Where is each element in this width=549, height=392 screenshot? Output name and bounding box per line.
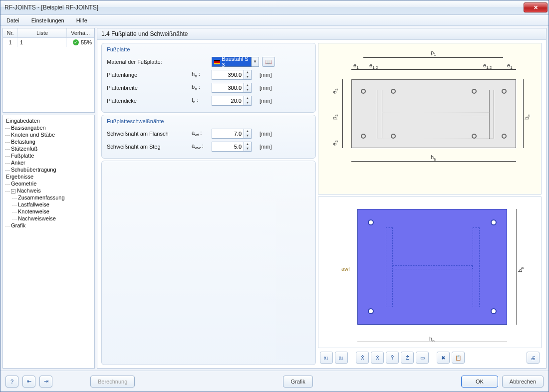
- dim-e12: e1,2: [369, 62, 378, 70]
- tree-geometrie[interactable]: Geometrie: [4, 180, 93, 187]
- unit-mm: [mm]: [260, 72, 272, 78]
- input-wid[interactable]: ▲▼: [212, 83, 257, 93]
- library-button[interactable]: 📖: [262, 57, 275, 67]
- berechnung-button[interactable]: Berechnung: [90, 376, 135, 388]
- tree-belastung[interactable]: Belastung: [4, 138, 93, 145]
- group-schweiss: Fußplatteschweißnähte Schweißnaht am Fla…: [101, 115, 316, 159]
- menubar: Datei Einstellungen Hilfe: [0, 15, 549, 26]
- bolt-hole: [491, 219, 497, 225]
- grid-row[interactable]: 1 1 ✓ 55%: [3, 38, 94, 47]
- prev-button[interactable]: ⇤: [22, 376, 35, 388]
- dim-hb: hb: [431, 154, 436, 162]
- tree-stuetz[interactable]: Stützenfuß: [4, 145, 93, 152]
- spin-up-icon[interactable]: ▲: [244, 83, 251, 88]
- view-a-button[interactable]: a↓: [335, 352, 348, 364]
- input-awf[interactable]: ▲▼: [212, 129, 257, 139]
- input-aww[interactable]: ▲▼: [212, 142, 257, 152]
- tree-nachweisw[interactable]: Nachweisweise: [4, 215, 93, 222]
- lbl-len: Plattenlänge: [107, 72, 192, 78]
- group-fussplatte: Fußplatte Material der Fußplatte: Bausta…: [101, 43, 316, 113]
- spin-down-icon[interactable]: ▼: [244, 88, 251, 92]
- menu-help[interactable]: Hilfe: [73, 16, 90, 24]
- bolt-hole: [491, 308, 497, 314]
- spin-down-icon[interactable]: ▼: [244, 147, 251, 151]
- help-button[interactable]: ?: [5, 376, 18, 388]
- axis-y-button[interactable]: Ȳ: [386, 352, 399, 364]
- material-combo[interactable]: Baustahl S 3 ▼: [212, 57, 259, 67]
- menu-file[interactable]: Datei: [3, 16, 22, 24]
- tree-eingabe[interactable]: Eingabedaten: [4, 117, 93, 124]
- panel-title: 1.4 Fußplatte und Schweißnähte: [97, 28, 546, 40]
- flag-de-icon: [214, 60, 220, 64]
- tree-ergebnisse[interactable]: Ergebnisse: [4, 173, 93, 180]
- spin-up-icon[interactable]: ▲: [244, 70, 251, 75]
- dim-p2: p2: [331, 114, 339, 120]
- bolt-hole: [391, 89, 396, 94]
- plate-outline: [351, 79, 516, 148]
- tree-schub[interactable]: Schubübertragung: [4, 166, 93, 173]
- cell-nr: 1: [3, 38, 18, 47]
- cell-list: 1: [18, 38, 67, 47]
- diagram-3d[interactable]: awf bb hb: [318, 196, 542, 348]
- bolt-hole: [361, 134, 366, 139]
- lbl-steg: Schweißnaht am Steg: [107, 144, 192, 150]
- spin-down-icon[interactable]: ▼: [244, 101, 251, 105]
- spin-up-icon[interactable]: ▲: [244, 96, 251, 101]
- case-grid: Nr. Liste Verhä... 1 1 ✓ 55%: [2, 28, 95, 113]
- axis-x2-button[interactable]: X̂: [371, 352, 384, 364]
- dim-awf: awf: [341, 266, 350, 272]
- sym-awf: awf :: [192, 130, 212, 137]
- tree-grafik[interactable]: Grafik: [4, 222, 93, 229]
- dim-e1: e1: [353, 62, 359, 70]
- footer: ? ⇤ ⇥ Berechnung Grafik OK Abbrechen: [0, 371, 549, 392]
- spin-up-icon[interactable]: ▲: [244, 129, 251, 134]
- col-list[interactable]: Liste: [18, 28, 67, 37]
- bolt-hole: [361, 89, 366, 94]
- tool-b-button[interactable]: 📋: [452, 352, 465, 364]
- axis-x-button[interactable]: X̄: [356, 352, 369, 364]
- axis-z-button[interactable]: Z̄: [401, 352, 414, 364]
- sym-hb: hb :: [192, 71, 212, 78]
- tree-basis[interactable]: Basisangaben: [4, 124, 93, 131]
- titlebar: RF-JOINTS - [Beispiel RF-JOINTS] ✕: [0, 0, 549, 15]
- grafik-button[interactable]: Grafik: [283, 376, 312, 388]
- tree-knotenw[interactable]: Knotenweise: [4, 208, 93, 215]
- next-button[interactable]: ⇥: [39, 376, 52, 388]
- spin-down-icon[interactable]: ▼: [244, 134, 251, 138]
- ok-button[interactable]: OK: [461, 376, 498, 388]
- collapse-icon[interactable]: −: [11, 189, 15, 194]
- window-title: RF-JOINTS - [Beispiel RF-JOINTS]: [4, 4, 524, 11]
- bolt-hole: [391, 134, 396, 139]
- tree-knoten[interactable]: Knoten und Stäbe: [4, 131, 93, 138]
- col-ratio[interactable]: Verhä...: [67, 28, 94, 37]
- col-nr[interactable]: Nr.: [3, 28, 18, 37]
- tool-a-button[interactable]: ✖: [437, 352, 450, 364]
- spin-down-icon[interactable]: ▼: [244, 75, 251, 79]
- view-toolbar: x↓ a↓ X̄ X̂ Ȳ Z̄ ▭ ✖ 📋 🖨: [318, 350, 542, 365]
- tree-anker[interactable]: Anker: [4, 159, 93, 166]
- tree-zusammen[interactable]: Zusammenfassung: [4, 194, 93, 201]
- group1-title: Fußplatte: [107, 46, 310, 52]
- view-iso-button[interactable]: ▭: [416, 352, 429, 364]
- view-x-button[interactable]: x↓: [320, 352, 333, 364]
- lbl-wid: Plattenbreite: [107, 85, 192, 91]
- tree-nachweis[interactable]: −Nachweis: [4, 187, 93, 194]
- dim-p1: p1: [431, 49, 436, 57]
- lbl-thk: Plattendicke: [107, 98, 192, 104]
- menu-settings[interactable]: Einstellungen: [28, 16, 67, 24]
- dropdown-icon[interactable]: ▼: [252, 57, 259, 67]
- bolt-hole: [472, 134, 477, 139]
- input-len[interactable]: ▲▼: [212, 70, 257, 80]
- dim-e2t: e2: [331, 88, 339, 94]
- abbrechen-button[interactable]: Abbrechen: [502, 376, 544, 388]
- spin-up-icon[interactable]: ▲: [244, 142, 251, 147]
- tree-lastfall[interactable]: Lastfallweise: [4, 201, 93, 208]
- dim-e1r: e1: [507, 62, 513, 70]
- close-button[interactable]: ✕: [524, 2, 548, 12]
- print-button[interactable]: 🖨: [527, 352, 540, 364]
- bolt-hole: [502, 89, 507, 94]
- cell-ratio: ✓ 55%: [67, 38, 94, 47]
- input-thk[interactable]: ▲▼: [212, 96, 257, 106]
- lbl-material: Material der Fußplatte:: [107, 59, 192, 65]
- tree-fussplatte[interactable]: Fußplatte: [4, 152, 93, 159]
